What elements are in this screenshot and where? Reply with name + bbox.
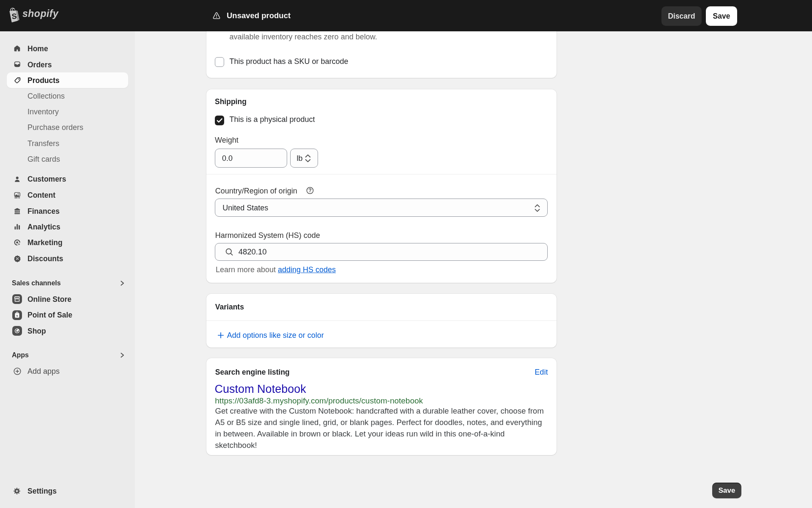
svg-text:s: s [16,313,18,317]
svg-text:?: ? [309,188,312,193]
svg-text:S: S [11,12,17,21]
